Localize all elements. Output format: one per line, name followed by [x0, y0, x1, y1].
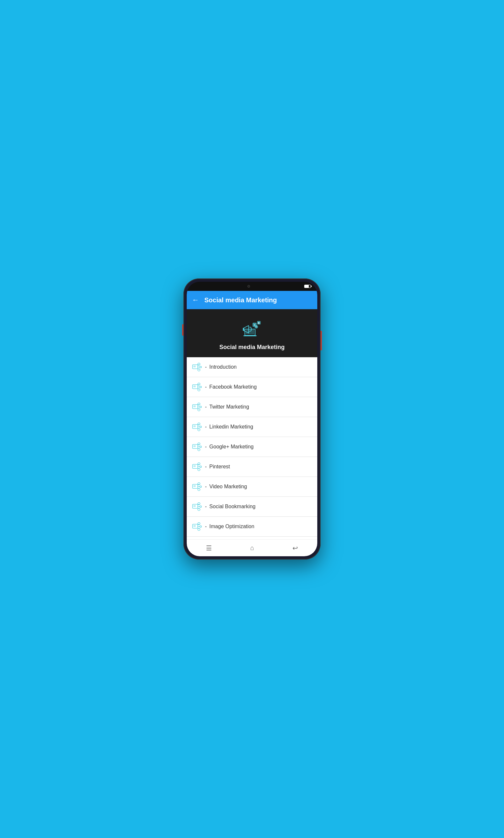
svg-line-32 — [198, 409, 200, 409]
list-item[interactable]: - Image Optimization — [187, 517, 317, 537]
svg-line-48 — [198, 448, 200, 449]
item-dash: - — [205, 404, 206, 410]
app-bar: ← Social media Marketing — [187, 291, 317, 309]
svg-rect-34 — [193, 406, 196, 407]
item-dash: - — [205, 364, 206, 370]
list-item[interactable]: - Twitter Marketing — [187, 397, 317, 417]
svg-line-40 — [198, 428, 200, 429]
list-item[interactable]: - Social Bookmarking — [187, 497, 317, 517]
svg-rect-42 — [193, 426, 196, 427]
list-item[interactable]: - Video Marketing — [187, 477, 317, 497]
item-dash: - — [205, 424, 206, 430]
svg-rect-50 — [193, 445, 196, 447]
home-nav-button[interactable]: ⌂ — [250, 544, 254, 552]
svg-point-38 — [200, 426, 201, 427]
svg-line-31 — [198, 405, 200, 405]
svg-text:t: t — [256, 326, 256, 328]
list-item[interactable]: - Facebook Marketing — [187, 377, 317, 397]
svg-rect-82 — [193, 525, 196, 527]
item-dash: - — [205, 384, 206, 390]
svg-line-47 — [198, 444, 200, 445]
svg-rect-18 — [193, 366, 196, 367]
item-icon — [192, 362, 202, 372]
menu-list[interactable]: - Introduction - Facebook Marketing — [187, 357, 317, 539]
item-label: Introduction — [209, 364, 237, 370]
svg-point-70 — [200, 506, 201, 507]
svg-line-72 — [198, 508, 200, 509]
svg-line-15 — [198, 365, 200, 365]
svg-rect-58 — [193, 465, 196, 467]
app-bar-title: Social media Marketing — [204, 296, 277, 304]
item-label: Linkedin Marketing — [209, 424, 253, 430]
list-item[interactable]: - Linkedin Marketing — [187, 417, 317, 437]
list-item[interactable]: - Blogging — [187, 537, 317, 539]
svg-point-78 — [200, 526, 201, 527]
item-icon — [192, 442, 202, 452]
svg-line-24 — [198, 389, 200, 389]
menu-nav-button[interactable]: ☰ — [206, 544, 212, 552]
svg-line-79 — [198, 524, 200, 525]
battery-icon — [304, 285, 311, 288]
svg-line-16 — [198, 369, 200, 369]
item-dash: - — [205, 444, 206, 450]
item-label: Pinterest — [209, 464, 230, 470]
item-icon — [192, 521, 202, 532]
item-dash: - — [205, 524, 206, 529]
phone-screen: ← Social media Marketing f ▶ t — [187, 282, 317, 556]
item-label: Twitter Marketing — [209, 404, 249, 410]
list-item[interactable]: - Pinterest — [187, 457, 317, 477]
course-header-icon: f ▶ t — [240, 317, 264, 340]
item-label: Image Optimization — [209, 524, 254, 529]
status-bar — [187, 282, 317, 291]
course-header: f ▶ t Social media Marketing — [187, 309, 317, 357]
svg-point-22 — [200, 386, 201, 388]
svg-line-56 — [198, 468, 200, 469]
svg-line-23 — [198, 385, 200, 385]
list-item[interactable]: - Introduction — [187, 357, 317, 377]
item-label: Video Marketing — [209, 484, 247, 490]
svg-rect-26 — [193, 386, 196, 387]
svg-point-46 — [200, 446, 201, 447]
phone-device: ← Social media Marketing f ▶ t — [183, 278, 321, 560]
camera-dot — [248, 285, 250, 288]
svg-rect-74 — [193, 505, 196, 507]
back-nav-button[interactable]: ↩ — [292, 544, 298, 552]
item-dash: - — [205, 464, 206, 470]
svg-line-64 — [198, 488, 200, 489]
svg-point-62 — [200, 486, 201, 487]
list-item[interactable]: - Google+ Marketing — [187, 437, 317, 457]
svg-rect-1 — [246, 330, 254, 335]
item-label: Facebook Marketing — [209, 384, 256, 390]
item-icon — [192, 402, 202, 412]
item-icon — [192, 461, 202, 472]
course-title: Social media Marketing — [219, 344, 285, 351]
svg-line-63 — [198, 484, 200, 485]
svg-point-14 — [200, 366, 201, 368]
svg-point-54 — [200, 466, 201, 467]
item-label: Google+ Marketing — [209, 444, 254, 450]
item-dash: - — [205, 503, 206, 510]
item-icon — [192, 501, 202, 512]
item-icon — [192, 481, 202, 492]
svg-line-39 — [198, 425, 200, 425]
item-icon — [192, 422, 202, 432]
svg-rect-3 — [243, 328, 244, 331]
back-button[interactable]: ← — [192, 296, 199, 304]
item-dash: - — [205, 484, 206, 490]
bottom-nav: ☰ ⌂ ↩ — [187, 539, 317, 556]
item-label: Social Bookmarking — [209, 503, 255, 510]
svg-rect-2 — [244, 335, 256, 336]
svg-rect-66 — [193, 485, 196, 487]
svg-line-71 — [198, 504, 200, 504]
svg-line-55 — [198, 464, 200, 465]
item-icon — [192, 382, 202, 392]
svg-point-30 — [200, 406, 201, 408]
svg-line-80 — [198, 528, 200, 529]
